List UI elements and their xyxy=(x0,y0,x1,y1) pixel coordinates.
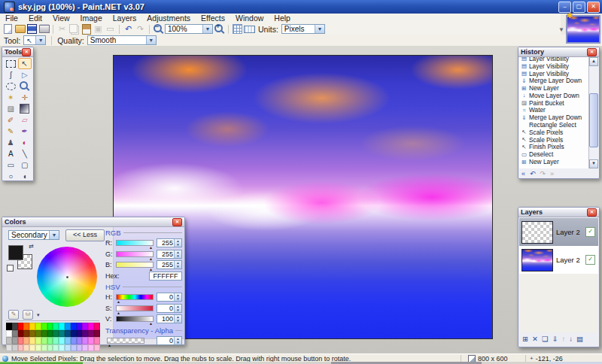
palette-swatch[interactable] xyxy=(29,344,35,352)
add-palette-color-button[interactable]: ✎ xyxy=(8,310,19,320)
palette-swatch[interactable] xyxy=(35,337,41,344)
palette-swatch[interactable] xyxy=(41,337,47,344)
history-item[interactable]: ↖Scale Pixels xyxy=(519,136,588,144)
layer-row[interactable]: Layer 2✓ xyxy=(519,218,598,246)
palette-swatch[interactable] xyxy=(53,330,59,338)
grid-icon[interactable] xyxy=(232,24,243,35)
palette-swatch[interactable] xyxy=(82,330,88,338)
menu-item-file[interactable]: File xyxy=(0,14,23,23)
open-image-thumbnail[interactable]: ✱ xyxy=(566,15,600,44)
eraser-tool[interactable]: ▱ xyxy=(18,114,32,126)
palette-swatch[interactable] xyxy=(18,337,24,344)
palette-swatch[interactable] xyxy=(71,323,77,330)
menu-item-image[interactable]: Image xyxy=(75,14,108,23)
palette-swatch[interactable] xyxy=(59,323,65,330)
scroll-up-icon[interactable]: ▲ xyxy=(589,57,598,66)
menu-item-layers[interactable]: Layers xyxy=(108,14,142,23)
close-icon[interactable]: ✕ xyxy=(22,48,31,56)
add-layer-button[interactable]: ⊞ xyxy=(522,335,528,343)
zoom-out-icon[interactable] xyxy=(153,24,164,35)
palette-swatch[interactable] xyxy=(82,323,88,330)
palette-swatch[interactable] xyxy=(94,344,100,352)
crop-icon[interactable]: ▣ xyxy=(93,24,104,35)
spinner-arrows[interactable]: ▲▼ xyxy=(174,305,181,312)
history-item[interactable]: ▤Layer Visibility xyxy=(519,62,588,70)
palette-swatch[interactable] xyxy=(47,330,53,338)
spinner-arrows[interactable]: ▲▼ xyxy=(174,239,181,247)
palette-swatch[interactable] xyxy=(29,337,35,344)
menu-item-view[interactable]: View xyxy=(47,14,75,23)
swap-colors-icon[interactable]: ⇄ xyxy=(29,243,34,250)
palette-swatch[interactable] xyxy=(18,344,24,352)
palette-swatch[interactable] xyxy=(94,330,100,338)
menu-item-edit[interactable]: Edit xyxy=(23,14,47,23)
alpha-slider[interactable] xyxy=(107,338,144,344)
rewind-button[interactable]: « xyxy=(521,170,525,177)
menu-item-effects[interactable]: Effects xyxy=(196,14,230,23)
rectangle-tool[interactable]: ▭ xyxy=(4,159,18,171)
slider-marker[interactable]: ▲ xyxy=(149,246,153,250)
close-icon[interactable]: ✕ xyxy=(587,48,597,56)
value-spinner[interactable]: 0▲▼ xyxy=(157,304,182,313)
palette-swatch[interactable] xyxy=(41,330,47,338)
palette-swatch[interactable] xyxy=(29,330,35,338)
color-wheel[interactable] xyxy=(37,247,97,307)
magic-wand-tool[interactable]: ✶ xyxy=(4,92,18,103)
image-list-chevron-icon[interactable]: ▼ xyxy=(558,26,564,33)
value-spinner[interactable]: 255▲▼ xyxy=(157,250,182,259)
menu-item-window[interactable]: Window xyxy=(230,14,269,23)
copy-icon[interactable] xyxy=(68,24,80,35)
layer-visible-checkbox[interactable]: ✓ xyxy=(585,255,595,265)
history-item[interactable]: Rectangle Select xyxy=(519,121,588,129)
history-item[interactable]: ⇓Merge Layer Down xyxy=(519,114,588,121)
units-combo[interactable]: Pixels▼ xyxy=(281,24,325,34)
zoom-level-combo[interactable]: 100%▼ xyxy=(165,24,213,34)
paintbrush-tool[interactable]: ✐ xyxy=(4,114,18,126)
palette-swatch[interactable] xyxy=(35,344,41,352)
history-item[interactable]: ▨Paint Bucket xyxy=(519,99,588,107)
history-item[interactable]: ↖Finish Pixels xyxy=(519,144,588,151)
history-item[interactable]: ▤Layer Visibility xyxy=(519,70,588,77)
color-picker-tool[interactable]: ✒ xyxy=(18,126,32,137)
text-tool[interactable]: A xyxy=(4,148,18,159)
palette-swatch[interactable] xyxy=(94,323,100,330)
history-item[interactable]: ⊞New Layer xyxy=(519,84,588,92)
palette-swatch[interactable] xyxy=(47,337,53,344)
primary-color-swatch[interactable] xyxy=(8,245,23,260)
palette-swatch[interactable] xyxy=(47,344,53,352)
close-button[interactable]: ✕ xyxy=(587,2,600,13)
new-file-icon[interactable] xyxy=(2,24,14,35)
scrollbar-thumb[interactable] xyxy=(589,93,598,147)
slider-marker[interactable]: ▲ xyxy=(149,268,153,271)
palette-swatch[interactable] xyxy=(82,344,88,352)
slider-track[interactable]: ▲ xyxy=(116,262,154,268)
spinner-arrows[interactable]: ▲▼ xyxy=(174,315,181,323)
print-icon[interactable] xyxy=(38,24,50,35)
palette-swatch[interactable] xyxy=(71,330,77,338)
palette-swatch[interactable] xyxy=(12,330,18,338)
slider-marker[interactable]: ▲ xyxy=(149,257,153,261)
palette-swatch[interactable] xyxy=(29,323,35,330)
move-layer-down-button[interactable]: ↓ xyxy=(569,335,573,343)
palette-swatch[interactable] xyxy=(65,323,71,330)
palette-swatch[interactable] xyxy=(23,330,29,338)
undo-button[interactable]: ↶ xyxy=(530,170,536,177)
palette-swatch[interactable] xyxy=(23,337,29,344)
title-bar[interactable]: sky.jpg (100%) - Paint.NET v3.07 – ▢ ✕ xyxy=(0,0,602,14)
undo-icon[interactable]: ↶ xyxy=(123,24,134,35)
ellipse-select-tool[interactable] xyxy=(4,80,18,92)
value-spinner[interactable]: 255▲▼ xyxy=(157,260,182,269)
slider-marker[interactable]: ▲ xyxy=(117,311,120,315)
palette-swatch[interactable] xyxy=(41,323,47,330)
maximize-button[interactable]: ▢ xyxy=(573,2,585,13)
palette-swatch[interactable] xyxy=(77,337,83,344)
palette-swatch[interactable] xyxy=(88,337,94,344)
less-button[interactable]: << Less xyxy=(65,229,105,241)
palette-swatch[interactable] xyxy=(65,344,71,352)
palette-swatch[interactable] xyxy=(23,323,29,330)
palette-swatch[interactable] xyxy=(12,344,18,352)
value-spinner[interactable]: 100▲▼ xyxy=(157,314,182,323)
palette-swatch[interactable] xyxy=(35,330,41,338)
lasso-select-tool[interactable]: ʃ xyxy=(4,69,18,80)
palette-swatch[interactable] xyxy=(35,323,41,330)
